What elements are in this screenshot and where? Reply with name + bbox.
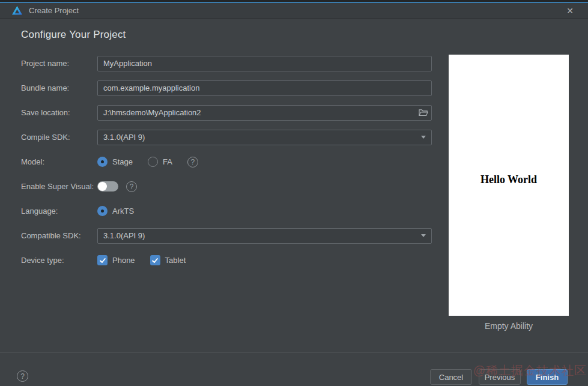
cancel-button[interactable]: Cancel: [430, 369, 472, 385]
enable-super-visual-label: Enable Super Visual:: [21, 182, 97, 191]
row-enable-super-visual: Enable Super Visual: ?: [21, 174, 432, 199]
bundle-name-label: Bundle name:: [21, 83, 97, 92]
toggle-knob: [98, 182, 107, 191]
row-model: Model: Stage FA ?: [21, 149, 432, 174]
row-project-name: Project name:: [21, 51, 432, 76]
stage-radio[interactable]: [97, 157, 108, 167]
deveco-studio-logo-icon: [12, 6, 22, 16]
tablet-checkbox[interactable]: [150, 255, 160, 265]
row-save-location: Save location:: [21, 100, 432, 125]
compatible-sdk-label: Compatible SDK:: [21, 231, 97, 240]
dialog-title: Create Project: [29, 6, 79, 15]
language-label: Language:: [21, 207, 97, 216]
phone-checkbox[interactable]: [97, 255, 108, 265]
compatible-sdk-value: 3.1.0(API 9): [103, 231, 145, 240]
row-compile-sdk: Compile SDK: 3.1.0(API 9): [21, 125, 432, 149]
project-name-label: Project name:: [21, 59, 97, 68]
save-location-field-frame: [97, 105, 432, 121]
row-language: Language: ArkTS: [21, 199, 432, 223]
arkts-radio[interactable]: [97, 206, 108, 216]
ability-preview-screen: Hello World: [449, 55, 569, 316]
model-label: Model:: [21, 157, 97, 166]
dialog-content: Configure Your Project Project name: Bun…: [0, 19, 588, 352]
device-option-tablet: Tablet: [150, 255, 186, 265]
model-option-stage: Stage: [97, 157, 133, 167]
page-title: Configure Your Project: [21, 29, 126, 41]
finish-button[interactable]: Finish: [527, 369, 568, 385]
preview-screen-text: Hello World: [480, 173, 537, 186]
bundle-name-field-frame: [97, 80, 432, 96]
project-name-field-frame: [97, 56, 432, 71]
chevron-down-icon: [421, 136, 426, 139]
project-name-input[interactable]: [98, 56, 431, 71]
save-location-input[interactable]: [98, 106, 416, 120]
row-device-type: Device type: Phone: [21, 248, 432, 273]
compile-sdk-value: 3.1.0(API 9): [103, 133, 145, 142]
phone-checkbox-label: Phone: [112, 256, 135, 265]
model-help-icon[interactable]: ?: [187, 157, 198, 167]
save-location-label: Save location:: [21, 108, 97, 117]
model-option-fa: FA: [148, 157, 172, 167]
super-visual-toggle[interactable]: [97, 181, 118, 191]
create-project-dialog: Create Project ✕ Configure Your Project …: [0, 0, 588, 386]
arkts-radio-label: ArkTS: [112, 207, 134, 216]
compile-sdk-label: Compile SDK:: [21, 133, 97, 142]
previous-button[interactable]: Previous: [479, 369, 521, 385]
dialog-titlebar: Create Project ✕: [0, 3, 588, 19]
chevron-down-icon: [421, 234, 426, 237]
folder-icon[interactable]: [416, 109, 431, 116]
fa-radio-label: FA: [163, 157, 172, 166]
language-option-arkts: ArkTS: [97, 206, 134, 216]
stage-radio-label: Stage: [112, 157, 133, 166]
compile-sdk-select[interactable]: 3.1.0(API 9): [97, 130, 432, 145]
project-form: Project name: Bundle name: Save lo: [21, 51, 432, 273]
compatible-sdk-select[interactable]: 3.1.0(API 9): [97, 228, 432, 244]
super-visual-help-icon[interactable]: ?: [126, 181, 137, 192]
device-option-phone: Phone: [97, 255, 135, 265]
dialog-help-icon[interactable]: ?: [17, 370, 28, 382]
row-compatible-sdk: Compatible SDK: 3.1.0(API 9): [21, 223, 432, 248]
device-type-label: Device type:: [21, 256, 97, 265]
tablet-checkbox-label: Tablet: [165, 256, 186, 265]
close-icon[interactable]: ✕: [564, 5, 576, 16]
fa-radio[interactable]: [148, 157, 158, 167]
dialog-footer: ? Cancel Previous Finish @稀土掘金技术社区: [0, 352, 588, 386]
bundle-name-input[interactable]: [98, 81, 431, 95]
ability-template-name: Empty Ability: [449, 321, 569, 331]
row-bundle-name: Bundle name:: [21, 76, 432, 100]
